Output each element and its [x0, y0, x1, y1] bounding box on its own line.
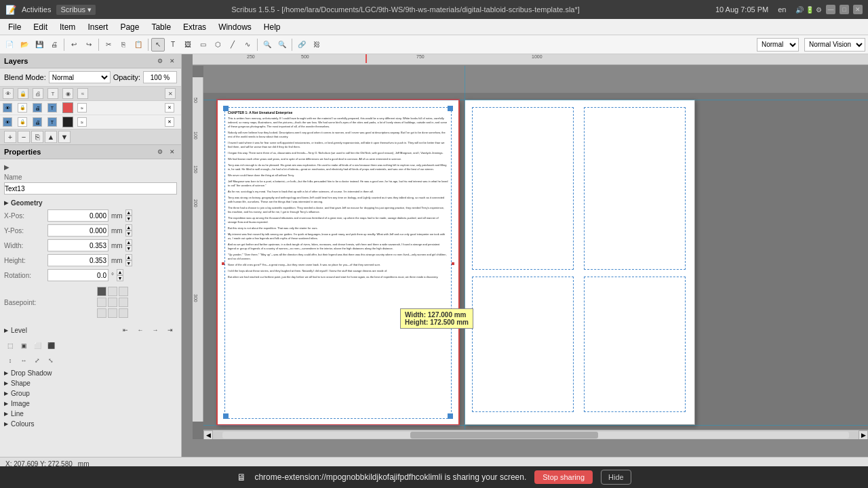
- undo-button[interactable]: ↩: [67, 38, 81, 52]
- rotation-down[interactable]: ▼: [117, 275, 123, 281]
- save-button[interactable]: 💾: [33, 38, 46, 52]
- image-button[interactable]: 🖼: [181, 38, 195, 52]
- menu-extras[interactable]: Extras: [178, 21, 212, 33]
- layer2-flow[interactable]: ≈: [77, 117, 87, 127]
- scribus-label[interactable]: Scribus ▾: [56, 5, 96, 15]
- line-button[interactable]: ╱: [226, 38, 239, 52]
- print-button[interactable]: 🖨: [47, 38, 61, 52]
- props-close-button[interactable]: ✕: [167, 147, 177, 157]
- hide-button[interactable]: Hide: [601, 470, 631, 485]
- bp-tm[interactable]: [108, 287, 117, 296]
- level-btn7[interactable]: ⤢: [31, 354, 43, 367]
- level-expandable[interactable]: ▶ Level ⇤ ← → ⇥: [4, 322, 177, 338]
- unlink-button[interactable]: ⛓: [310, 38, 323, 52]
- handle-tr[interactable]: [448, 106, 453, 111]
- maximize-button[interactable]: □: [840, 5, 849, 14]
- scroll-right-button[interactable]: ▶: [859, 430, 868, 440]
- layer2-print[interactable]: 🖨: [33, 117, 42, 127]
- shape-expandable[interactable]: ▶ Shape: [4, 378, 177, 388]
- handle-br[interactable]: [448, 413, 453, 419]
- add-layer-button[interactable]: +: [4, 131, 16, 143]
- layer2-eye[interactable]: 👁: [3, 117, 12, 127]
- layer1-flow[interactable]: ≈: [77, 103, 87, 113]
- right-page-frame4[interactable]: [584, 277, 686, 412]
- bp-mm[interactable]: [108, 298, 117, 307]
- eye-col-icon[interactable]: 👁: [3, 88, 14, 99]
- colours-expandable[interactable]: ▶ Colours: [4, 419, 177, 429]
- del-layer-button[interactable]: −: [18, 131, 30, 143]
- layer2-del[interactable]: ✕: [165, 117, 174, 127]
- menu-file[interactable]: File: [3, 21, 26, 33]
- open-button[interactable]: 📂: [18, 38, 31, 52]
- level-btn2[interactable]: ▣: [18, 340, 30, 352]
- menu-windows[interactable]: Windows: [213, 21, 257, 33]
- new-button[interactable]: 📄: [3, 38, 16, 52]
- geometry-toggle[interactable]: ▶: [4, 200, 8, 206]
- right-page-frame2[interactable]: [584, 107, 686, 270]
- layers-close-button[interactable]: ✕: [167, 56, 177, 66]
- opacity-input[interactable]: [143, 71, 177, 83]
- name-input[interactable]: [4, 182, 177, 195]
- layer1-text[interactable]: T: [47, 103, 57, 113]
- bp-tr[interactable]: [119, 287, 128, 296]
- width-up[interactable]: ▲: [125, 239, 132, 245]
- down-layer-button[interactable]: ▼: [58, 131, 71, 143]
- zoom-out-button[interactable]: 🔍: [275, 38, 289, 52]
- xpos-input[interactable]: [47, 209, 108, 222]
- resize-right[interactable]: [452, 262, 454, 265]
- bezier-button[interactable]: ∿: [241, 38, 254, 52]
- level-next-button[interactable]: →: [149, 323, 162, 337]
- menu-page[interactable]: Page: [115, 21, 144, 33]
- level-btn5[interactable]: ↕: [4, 354, 16, 367]
- ypos-down[interactable]: ▼: [125, 230, 132, 237]
- menu-item[interactable]: Item: [54, 21, 81, 33]
- level-btn6[interactable]: ↔: [18, 354, 30, 367]
- bp-mr[interactable]: [119, 298, 128, 307]
- activities-label[interactable]: Activities: [22, 5, 51, 14]
- layer2-text[interactable]: T: [47, 117, 57, 127]
- level-btn1[interactable]: ⬚: [4, 340, 16, 352]
- width-down[interactable]: ▼: [125, 245, 132, 251]
- ypos-input[interactable]: [47, 224, 108, 237]
- menu-edit[interactable]: Edit: [28, 21, 53, 33]
- scroll-track[interactable]: [222, 432, 849, 439]
- handle-bl[interactable]: [223, 413, 229, 419]
- zoom-in-button[interactable]: 🔍: [260, 38, 274, 52]
- layer-row-1[interactable]: 👁 🔒 🖨 T ≈ ✕: [0, 101, 181, 115]
- layer2-lock[interactable]: 🔒: [18, 117, 27, 127]
- resize-left[interactable]: [222, 262, 224, 265]
- level-last-button[interactable]: ⇥: [163, 323, 177, 337]
- menu-help[interactable]: Help: [258, 21, 286, 33]
- paste-button[interactable]: 📋: [132, 38, 145, 52]
- scroll-left-button[interactable]: ◀: [203, 430, 213, 440]
- flow-col-icon[interactable]: ≈: [77, 88, 88, 99]
- menu-table[interactable]: Table: [146, 21, 176, 33]
- right-page-frame1[interactable]: [472, 107, 574, 270]
- select-button[interactable]: ↖: [151, 38, 165, 52]
- line-expandable[interactable]: ▶ Line: [4, 409, 177, 419]
- color-col-icon[interactable]: ◉: [62, 88, 73, 99]
- bp-br[interactable]: [119, 308, 128, 318]
- layer1-del[interactable]: ✕: [165, 103, 174, 113]
- lock-col-icon[interactable]: 🔒: [18, 88, 28, 99]
- main-text-frame[interactable]: CHAPTER 1: A Not Unnatural Enterprise Th…: [224, 107, 452, 419]
- canvas-content[interactable]: 50 100 150 200 300 CHAPTER 1:: [193, 66, 868, 439]
- props-config-button[interactable]: ⚙: [155, 147, 165, 157]
- bp-ml[interactable]: [97, 298, 106, 307]
- right-page-frame3[interactable]: [472, 277, 574, 412]
- layer1-print[interactable]: 🖨: [33, 103, 42, 113]
- scroll-thumb[interactable]: [410, 432, 598, 439]
- handle-tl[interactable]: [223, 106, 229, 111]
- rotation-up[interactable]: ▲: [117, 269, 123, 275]
- blend-mode-select[interactable]: Normal: [49, 71, 111, 83]
- dup-layer-button[interactable]: ⎘: [31, 131, 43, 143]
- text-button[interactable]: T: [166, 38, 180, 52]
- prop-arrow-icon[interactable]: ▶: [4, 163, 9, 171]
- rotation-input[interactable]: [47, 269, 108, 281]
- copy-button[interactable]: ⎘: [117, 38, 130, 52]
- layer-row-2[interactable]: 👁 🔒 🖨 T ≈ ✕: [0, 115, 181, 129]
- minimize-button[interactable]: —: [826, 5, 835, 14]
- layers-config-button[interactable]: ⚙: [155, 56, 165, 66]
- bp-bl[interactable]: [97, 308, 106, 318]
- image-expandable[interactable]: ▶ Image: [4, 399, 177, 409]
